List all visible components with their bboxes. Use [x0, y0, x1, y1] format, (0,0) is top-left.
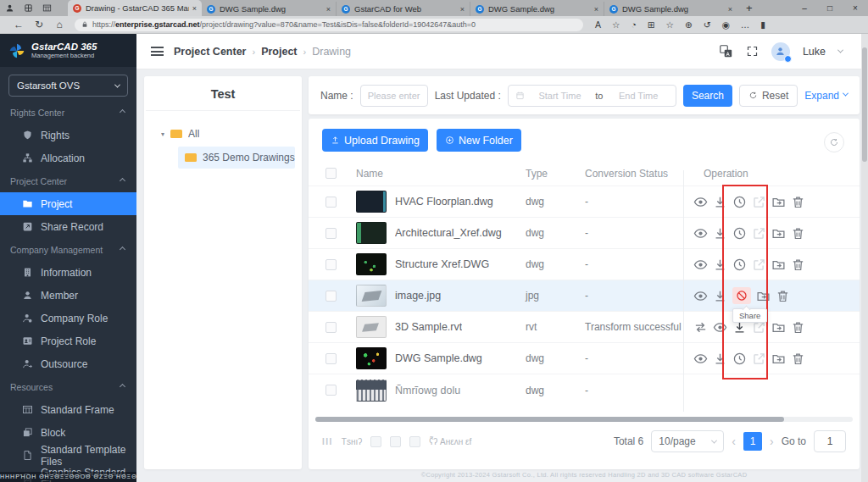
share-icon[interactable] — [752, 226, 766, 241]
sidebar-item-rights[interactable]: Rights — [0, 124, 136, 147]
delete-icon[interactable] — [791, 226, 805, 241]
expand-link[interactable]: Expand — [804, 90, 848, 102]
row-checkbox[interactable] — [326, 353, 337, 364]
tab-actions-icon[interactable] — [37, 0, 56, 16]
address-bar[interactable]: https://enterprise.gstarcad.net/project/… — [75, 19, 583, 31]
start-time-placeholder[interactable]: Start Time — [530, 91, 590, 101]
split-screen-icon[interactable]: ⊞ — [648, 19, 655, 30]
history-icon[interactable] — [732, 258, 747, 272]
share-disabled-icon[interactable] — [732, 287, 751, 304]
row-checkbox[interactable] — [326, 291, 337, 302]
preview-icon[interactable] — [693, 226, 708, 241]
more-menu-icon[interactable]: … — [741, 19, 750, 30]
browser-tab-active[interactable]: G Drawing - GstarCAD 365 Manag × — [68, 0, 202, 16]
batch-checkbox[interactable] — [370, 436, 381, 447]
tab-close-icon[interactable]: × — [192, 4, 197, 13]
avatar[interactable] — [771, 42, 790, 61]
new-folder-button[interactable]: New Folder — [437, 129, 521, 152]
page-size-select[interactable]: 10/page — [651, 430, 724, 452]
sidebar-item-block[interactable]: Block — [0, 421, 136, 444]
search-button[interactable]: Search — [683, 85, 732, 107]
horizontal-scrollbar[interactable] — [315, 417, 853, 422]
download-icon[interactable] — [713, 226, 727, 241]
reset-button[interactable]: Reset — [739, 85, 798, 107]
tree-node-selected[interactable]: 365 Demo Drawings... — [178, 147, 295, 169]
move-to-folder-icon[interactable] — [771, 226, 786, 241]
browser-tab[interactable]: G GstarCAD for Web × — [336, 2, 470, 16]
share-icon[interactable] — [752, 195, 766, 209]
sidebar-item-project-role[interactable]: Project Role — [0, 330, 136, 352]
language-translate-icon[interactable] — [719, 44, 733, 58]
batch-checkbox[interactable] — [409, 436, 420, 447]
download-icon[interactable] — [713, 258, 727, 272]
collapse-menu-icon[interactable] — [151, 47, 164, 56]
caret-down-icon[interactable]: ▾ — [161, 130, 164, 138]
share-icon[interactable] — [752, 352, 766, 366]
move-to-folder-icon[interactable] — [771, 258, 786, 272]
row-checkbox[interactable] — [326, 385, 337, 396]
row-checkbox[interactable] — [326, 228, 337, 239]
preview-icon[interactable] — [713, 320, 727, 335]
row-checkbox[interactable] — [326, 259, 337, 270]
upload-drawing-button[interactable]: Upload Drawing — [322, 129, 428, 152]
new-tab-button[interactable]: + — [746, 2, 753, 14]
back-button[interactable]: ← — [8, 19, 29, 30]
maximize-button[interactable]: □ — [817, 0, 843, 16]
section-company-management[interactable]: Company Management — [0, 238, 136, 261]
refresh-button[interactable]: ↻ — [29, 19, 49, 30]
move-to-folder-icon[interactable] — [771, 352, 786, 366]
history-icon[interactable] — [732, 226, 747, 241]
sidebar-item-standard-template-files[interactable]: Standard Template Files — [0, 444, 136, 467]
close-button[interactable]: × — [843, 0, 868, 16]
sidebar-item-member[interactable]: Member — [0, 284, 136, 307]
preview-icon[interactable] — [693, 352, 708, 366]
refresh-list-button[interactable] — [824, 132, 844, 152]
move-to-folder-icon[interactable] — [771, 195, 786, 209]
end-time-placeholder[interactable]: End Time — [608, 91, 668, 101]
home-button[interactable]: ⌂ — [49, 19, 70, 30]
scrollbar-thumb[interactable] — [315, 417, 784, 422]
tree-node-all[interactable]: ▾ All — [161, 123, 302, 145]
tab-close-icon[interactable]: × — [326, 5, 331, 14]
minimize-button[interactable]: – — [792, 0, 817, 16]
browser-tab[interactable]: G DWG Sample.dwg × — [470, 2, 604, 16]
read-aloud-icon[interactable]: A — [595, 19, 601, 30]
collections-icon[interactable]: ⊕ — [685, 19, 693, 30]
date-range-picker[interactable]: Start Time to End Time — [508, 85, 676, 107]
sidebar-item-project[interactable]: Project — [0, 192, 136, 215]
sidebar-item-share-record[interactable]: Share Record — [0, 215, 136, 238]
delete-icon[interactable] — [791, 352, 805, 366]
section-resources[interactable]: Resources — [0, 375, 136, 398]
history-icon[interactable]: ↺ — [704, 19, 711, 30]
tab-close-icon[interactable]: × — [460, 5, 465, 14]
tab-close-icon[interactable]: × — [594, 5, 598, 14]
sidebar-panel-icon[interactable]: ▮ — [760, 19, 765, 30]
org-selector[interactable]: Gstarsoft OVS — [8, 75, 128, 97]
section-project-center[interactable]: Project Center — [0, 169, 136, 192]
browser-essentials-icon[interactable]: ◉ — [722, 19, 730, 30]
history-icon[interactable] — [732, 195, 747, 209]
share-icon[interactable] — [752, 258, 766, 272]
workspaces-icon[interactable] — [19, 0, 37, 16]
scrollbar-thumb[interactable] — [862, 47, 867, 162]
move-to-folder-icon[interactable] — [771, 320, 786, 335]
favorites-bar-icon[interactable]: ☆ — [666, 19, 674, 30]
copilot-icon[interactable]: ◔ — [631, 19, 636, 30]
preview-icon[interactable] — [693, 289, 708, 303]
next-page-button[interactable]: › — [770, 435, 774, 448]
sidebar-item-allocation[interactable]: Allocation — [0, 147, 136, 169]
delete-icon[interactable] — [791, 320, 805, 335]
delete-icon[interactable] — [776, 289, 790, 303]
fullscreen-icon[interactable] — [746, 45, 759, 58]
goto-page-input[interactable] — [814, 430, 846, 452]
batch-checkbox[interactable] — [390, 436, 401, 447]
download-icon[interactable] — [713, 195, 727, 209]
download-icon[interactable] — [713, 289, 727, 303]
chevron-down-icon[interactable] — [837, 47, 843, 53]
drawing-name-input[interactable] — [360, 85, 428, 107]
delete-icon[interactable] — [791, 258, 805, 272]
sidebar-item-standard-frame[interactable]: Standard Frame — [0, 398, 136, 421]
delete-icon[interactable] — [791, 195, 805, 209]
section-rights-center[interactable]: Rights Center — [0, 101, 136, 124]
user-name[interactable]: Luke — [803, 46, 826, 58]
